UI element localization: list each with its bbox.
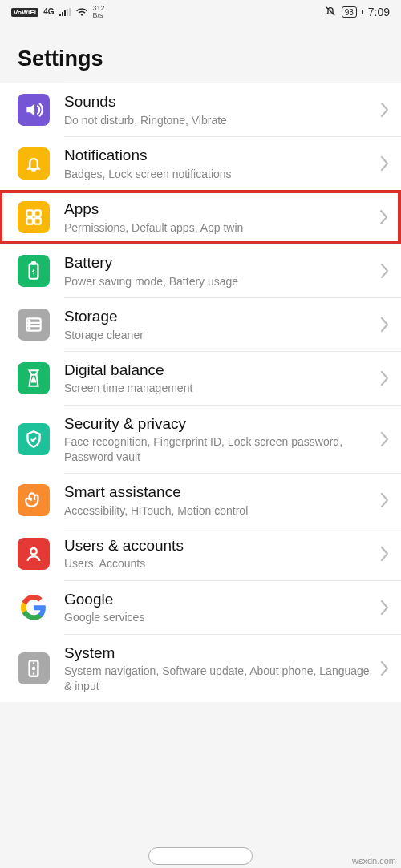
- watermark: wsxdn.com: [352, 856, 396, 866]
- security-icon: [18, 423, 50, 455]
- svg-rect-8: [26, 218, 33, 224]
- clock: 7:09: [368, 6, 390, 18]
- settings-row-security[interactable]: Security & privacyFace recognition, Fing…: [0, 406, 401, 473]
- page-header: Settings: [0, 24, 401, 83]
- smart-icon: [18, 484, 50, 516]
- mute-icon: [324, 5, 337, 20]
- svg-rect-2: [64, 10, 66, 16]
- row-text: Security & privacyFace recognition, Fing…: [64, 414, 374, 464]
- settings-row-digital[interactable]: Digital balanceScreen time management: [0, 352, 401, 405]
- chevron-right-icon: [380, 101, 390, 119]
- row-subtitle: Google services: [64, 610, 374, 624]
- row-text: Digital balanceScreen time management: [64, 361, 374, 396]
- row-text: BatteryPower saving mode, Battery usage: [64, 253, 374, 289]
- row-text: StorageStorage cleaner: [64, 307, 374, 342]
- row-subtitle: Power saving mode, Battery usage: [64, 274, 374, 289]
- sounds-icon: [18, 94, 50, 126]
- system-icon: [18, 652, 50, 684]
- notifications-icon: [18, 147, 50, 180]
- row-subtitle: System navigation, Software update, Abou…: [64, 664, 374, 692]
- row-title: Users & accounts: [64, 536, 374, 555]
- settings-row-notifications[interactable]: NotificationsBadges, Lock screen notific…: [0, 137, 401, 190]
- data-speed: 312 B/s: [93, 5, 105, 19]
- row-subtitle: Do not disturb, Ringtone, Vibrate: [64, 113, 374, 127]
- battery-indicator: 93: [342, 6, 357, 18]
- chevron-right-icon: [380, 599, 390, 616]
- signal-bars-icon: [59, 8, 71, 16]
- row-title: Battery: [64, 253, 374, 273]
- settings-row-smart[interactable]: Smart assistanceAccessibility, HiTouch, …: [0, 474, 401, 527]
- wifi-icon: [75, 7, 88, 17]
- settings-row-users[interactable]: Users & accountsUsers, Accounts: [0, 527, 401, 580]
- svg-point-15: [29, 320, 30, 321]
- battery-icon: [18, 255, 50, 287]
- row-subtitle: Screen time management: [64, 381, 374, 395]
- vowifi-badge: VoWiFi: [11, 8, 38, 17]
- chevron-right-icon: [380, 316, 390, 333]
- row-subtitle: Badges, Lock screen notifications: [64, 167, 374, 181]
- row-subtitle: Face recognition, Fingerprint ID, Lock s…: [64, 434, 374, 463]
- chevron-right-icon: [380, 262, 390, 280]
- svg-point-18: [30, 548, 37, 555]
- row-text: Smart assistanceAccessibility, HiTouch, …: [64, 482, 374, 518]
- settings-row-sounds[interactable]: SoundsDo not disturb, Ringtone, Vibrate: [0, 83, 401, 136]
- chevron-right-icon: [380, 660, 390, 677]
- page-title: Settings: [18, 46, 383, 71]
- status-right: 93 7:09: [324, 5, 390, 20]
- settings-row-apps[interactable]: AppsPermissions, Default apps, App twin: [0, 191, 400, 244]
- row-text: SystemSystem navigation, Software update…: [64, 644, 374, 693]
- row-title: Notifications: [64, 146, 374, 165]
- svg-rect-4: [69, 8, 71, 16]
- storage-icon: [18, 309, 50, 341]
- row-title: Apps: [64, 200, 373, 219]
- digital-icon: [18, 362, 50, 394]
- row-title: Smart assistance: [64, 482, 374, 502]
- svg-point-16: [29, 324, 30, 325]
- settings-row-system[interactable]: SystemSystem navigation, Software update…: [0, 635, 401, 702]
- row-title: Storage: [64, 307, 374, 326]
- svg-rect-6: [26, 210, 33, 216]
- chevron-right-icon: [380, 155, 390, 172]
- settings-row-google[interactable]: GoogleGoogle services: [0, 581, 401, 634]
- settings-row-storage[interactable]: StorageStorage cleaner: [0, 298, 401, 351]
- row-title: System: [64, 644, 374, 663]
- row-subtitle: Permissions, Default apps, App twin: [64, 220, 373, 235]
- row-subtitle: Accessibility, HiTouch, Motion control: [64, 503, 374, 518]
- svg-point-20: [33, 668, 34, 669]
- network-type: 4G: [43, 8, 54, 16]
- svg-rect-7: [34, 210, 41, 216]
- chevron-right-icon: [380, 430, 390, 448]
- svg-rect-9: [34, 218, 41, 224]
- row-title: Sounds: [64, 92, 374, 111]
- svg-point-17: [29, 328, 30, 329]
- google-icon: [18, 591, 50, 624]
- status-left: VoWiFi 4G 312 B/s: [11, 5, 105, 19]
- row-text: AppsPermissions, Default apps, App twin: [64, 200, 373, 235]
- chevron-right-icon: [379, 208, 389, 226]
- settings-list[interactable]: SoundsDo not disturb, Ringtone, VibrateN…: [0, 83, 401, 702]
- row-text: NotificationsBadges, Lock screen notific…: [64, 146, 374, 181]
- row-text: Users & accountsUsers, Accounts: [64, 536, 374, 571]
- svg-rect-0: [59, 14, 61, 16]
- gesture-bar: [0, 847, 401, 865]
- row-title: Security & privacy: [64, 414, 374, 434]
- svg-rect-11: [32, 262, 35, 264]
- settings-row-battery[interactable]: BatteryPower saving mode, Battery usage: [0, 244, 401, 297]
- nav-pill[interactable]: [148, 847, 253, 865]
- chevron-right-icon: [380, 369, 390, 387]
- row-text: GoogleGoogle services: [64, 590, 374, 625]
- svg-rect-10: [30, 264, 38, 278]
- row-text: SoundsDo not disturb, Ringtone, Vibrate: [64, 92, 374, 127]
- svg-rect-1: [62, 12, 63, 16]
- row-subtitle: Storage cleaner: [64, 328, 374, 342]
- battery-nub: [362, 10, 363, 14]
- chevron-right-icon: [380, 545, 390, 563]
- row-title: Digital balance: [64, 361, 374, 380]
- chevron-right-icon: [380, 491, 390, 509]
- row-subtitle: Users, Accounts: [64, 556, 374, 571]
- battery-percent: 93: [345, 8, 354, 17]
- users-icon: [18, 538, 50, 570]
- status-bar: VoWiFi 4G 312 B/s 93 7:09: [0, 0, 401, 24]
- apps-icon: [18, 201, 50, 233]
- data-speed-unit: B/s: [93, 12, 105, 19]
